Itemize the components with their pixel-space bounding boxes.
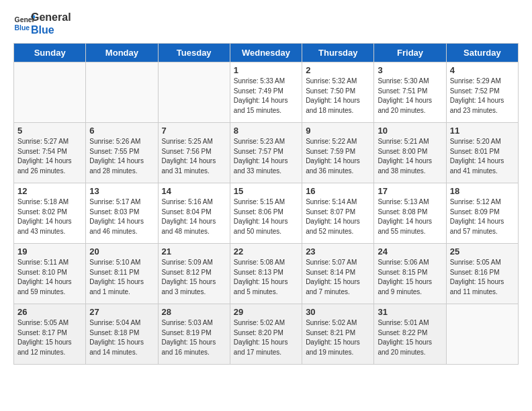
day-number: 15	[234, 186, 298, 196]
day-info: Sunrise: 5:06 AMSunset: 8:15 PMDaylight:…	[378, 258, 442, 297]
day-number: 19	[17, 246, 82, 257]
calendar-day-cell: 10Sunrise: 5:21 AMSunset: 8:00 PMDayligh…	[374, 123, 446, 183]
calendar-day-header: Wednesday	[230, 44, 302, 62]
calendar-day-cell: 29Sunrise: 5:02 AMSunset: 8:20 PMDayligh…	[230, 304, 302, 365]
day-info: Sunrise: 5:03 AMSunset: 8:19 PMDaylight:…	[162, 318, 226, 357]
logo-blue-text: Blue	[31, 24, 71, 36]
calendar-day-cell: 23Sunrise: 5:07 AMSunset: 8:14 PMDayligh…	[302, 244, 374, 304]
day-info: Sunrise: 5:15 AMSunset: 8:06 PMDaylight:…	[234, 197, 298, 236]
calendar-day-cell: 6Sunrise: 5:26 AMSunset: 7:55 PMDaylight…	[86, 123, 158, 183]
calendar-day-cell: 28Sunrise: 5:03 AMSunset: 8:19 PMDayligh…	[158, 304, 230, 365]
calendar-day-cell: 3Sunrise: 5:30 AMSunset: 7:51 PMDaylight…	[374, 62, 446, 123]
day-number: 1	[234, 65, 298, 75]
calendar-day-header: Thursday	[302, 44, 374, 62]
calendar-day-cell: 24Sunrise: 5:06 AMSunset: 8:15 PMDayligh…	[374, 244, 446, 304]
calendar-day-cell: 22Sunrise: 5:08 AMSunset: 8:13 PMDayligh…	[230, 244, 302, 304]
day-number: 10	[378, 126, 442, 136]
day-number: 22	[234, 246, 298, 257]
day-number: 17	[378, 186, 442, 196]
calendar-day-cell: 5Sunrise: 5:27 AMSunset: 7:54 PMDaylight…	[14, 123, 86, 183]
day-info: Sunrise: 5:09 AMSunset: 8:12 PMDaylight:…	[162, 258, 226, 297]
day-number: 31	[378, 307, 442, 317]
page-container: General Blue General Blue SundayMondayTu…	[0, 0, 532, 375]
calendar-day-header: Saturday	[446, 44, 518, 62]
logo: General Blue General Blue	[13, 11, 71, 36]
day-info: Sunrise: 5:21 AMSunset: 8:00 PMDaylight:…	[378, 137, 442, 176]
day-info: Sunrise: 5:20 AMSunset: 8:01 PMDaylight:…	[450, 137, 515, 176]
day-info: Sunrise: 5:02 AMSunset: 8:20 PMDaylight:…	[234, 318, 298, 357]
calendar-week-row: 26Sunrise: 5:05 AMSunset: 8:17 PMDayligh…	[14, 304, 519, 365]
day-info: Sunrise: 5:33 AMSunset: 7:49 PMDaylight:…	[234, 77, 298, 116]
calendar-day-cell: 17Sunrise: 5:13 AMSunset: 8:08 PMDayligh…	[374, 183, 446, 244]
calendar-week-row: 19Sunrise: 5:11 AMSunset: 8:10 PMDayligh…	[14, 244, 519, 304]
day-number: 29	[234, 307, 298, 317]
day-info: Sunrise: 5:11 AMSunset: 8:10 PMDaylight:…	[17, 258, 82, 297]
day-info: Sunrise: 5:18 AMSunset: 8:02 PMDaylight:…	[17, 197, 82, 236]
calendar-day-header: Monday	[86, 44, 158, 62]
page-header: General Blue General Blue	[13, 11, 519, 36]
calendar-week-row: 12Sunrise: 5:18 AMSunset: 8:02 PMDayligh…	[14, 183, 519, 244]
calendar-day-cell: 2Sunrise: 5:32 AMSunset: 7:50 PMDaylight…	[302, 62, 374, 123]
day-number: 25	[450, 246, 515, 257]
day-info: Sunrise: 5:17 AMSunset: 8:03 PMDaylight:…	[89, 197, 154, 236]
day-info: Sunrise: 5:14 AMSunset: 8:07 PMDaylight:…	[306, 197, 370, 236]
day-info: Sunrise: 5:16 AMSunset: 8:04 PMDaylight:…	[162, 197, 226, 236]
day-number: 24	[378, 246, 442, 257]
calendar-day-cell: 25Sunrise: 5:05 AMSunset: 8:16 PMDayligh…	[446, 244, 518, 304]
day-info: Sunrise: 5:32 AMSunset: 7:50 PMDaylight:…	[306, 77, 370, 116]
calendar-day-cell: 7Sunrise: 5:25 AMSunset: 7:56 PMDaylight…	[158, 123, 230, 183]
calendar-day-cell: 18Sunrise: 5:12 AMSunset: 8:09 PMDayligh…	[446, 183, 518, 244]
calendar-header-row: SundayMondayTuesdayWednesdayThursdayFrid…	[14, 44, 519, 62]
calendar-day-cell: 11Sunrise: 5:20 AMSunset: 8:01 PMDayligh…	[446, 123, 518, 183]
day-info: Sunrise: 5:27 AMSunset: 7:54 PMDaylight:…	[17, 137, 82, 176]
calendar-week-row: 5Sunrise: 5:27 AMSunset: 7:54 PMDaylight…	[14, 123, 519, 183]
calendar-week-row: 1Sunrise: 5:33 AMSunset: 7:49 PMDaylight…	[14, 62, 519, 123]
calendar-day-cell: 15Sunrise: 5:15 AMSunset: 8:06 PMDayligh…	[230, 183, 302, 244]
day-info: Sunrise: 5:04 AMSunset: 8:18 PMDaylight:…	[89, 318, 154, 357]
calendar-day-cell: 20Sunrise: 5:10 AMSunset: 8:11 PMDayligh…	[86, 244, 158, 304]
day-info: Sunrise: 5:23 AMSunset: 7:57 PMDaylight:…	[234, 137, 298, 176]
day-info: Sunrise: 5:29 AMSunset: 7:52 PMDaylight:…	[450, 77, 515, 116]
day-number: 27	[89, 307, 154, 317]
calendar-day-cell: 1Sunrise: 5:33 AMSunset: 7:49 PMDaylight…	[230, 62, 302, 123]
calendar-day-cell: 16Sunrise: 5:14 AMSunset: 8:07 PMDayligh…	[302, 183, 374, 244]
day-number: 7	[162, 126, 226, 136]
day-number: 4	[450, 65, 515, 75]
day-number: 16	[306, 186, 370, 196]
calendar-day-header: Sunday	[14, 44, 86, 62]
calendar-day-cell: 9Sunrise: 5:22 AMSunset: 7:59 PMDaylight…	[302, 123, 374, 183]
day-number: 2	[306, 65, 370, 75]
day-info: Sunrise: 5:13 AMSunset: 8:08 PMDaylight:…	[378, 197, 442, 236]
day-number: 5	[17, 126, 82, 136]
day-number: 30	[306, 307, 370, 317]
day-info: Sunrise: 5:30 AMSunset: 7:51 PMDaylight:…	[378, 77, 442, 116]
calendar-day-cell: 4Sunrise: 5:29 AMSunset: 7:52 PMDaylight…	[446, 62, 518, 123]
calendar-day-cell	[158, 62, 230, 123]
day-number: 18	[450, 186, 515, 196]
day-info: Sunrise: 5:01 AMSunset: 8:22 PMDaylight:…	[378, 318, 442, 357]
calendar-day-cell: 12Sunrise: 5:18 AMSunset: 8:02 PMDayligh…	[14, 183, 86, 244]
day-info: Sunrise: 5:22 AMSunset: 7:59 PMDaylight:…	[306, 137, 370, 176]
calendar-day-cell: 30Sunrise: 5:02 AMSunset: 8:21 PMDayligh…	[302, 304, 374, 365]
day-number: 11	[450, 126, 515, 136]
day-info: Sunrise: 5:07 AMSunset: 8:14 PMDaylight:…	[306, 258, 370, 297]
day-info: Sunrise: 5:02 AMSunset: 8:21 PMDaylight:…	[306, 318, 370, 357]
calendar-day-header: Tuesday	[158, 44, 230, 62]
day-info: Sunrise: 5:26 AMSunset: 7:55 PMDaylight:…	[89, 137, 154, 176]
logo-general-text: General	[31, 11, 71, 24]
day-number: 28	[162, 307, 226, 317]
day-info: Sunrise: 5:05 AMSunset: 8:17 PMDaylight:…	[17, 318, 82, 357]
day-number: 12	[17, 186, 82, 196]
day-number: 26	[17, 307, 82, 317]
day-number: 3	[378, 65, 442, 75]
calendar-day-cell: 13Sunrise: 5:17 AMSunset: 8:03 PMDayligh…	[86, 183, 158, 244]
day-number: 8	[234, 126, 298, 136]
calendar-day-cell: 31Sunrise: 5:01 AMSunset: 8:22 PMDayligh…	[374, 304, 446, 365]
calendar-day-cell: 8Sunrise: 5:23 AMSunset: 7:57 PMDaylight…	[230, 123, 302, 183]
calendar-day-header: Friday	[374, 44, 446, 62]
calendar-day-cell	[446, 304, 518, 365]
day-info: Sunrise: 5:25 AMSunset: 7:56 PMDaylight:…	[162, 137, 226, 176]
day-info: Sunrise: 5:05 AMSunset: 8:16 PMDaylight:…	[450, 258, 515, 297]
calendar-day-cell	[86, 62, 158, 123]
day-number: 23	[306, 246, 370, 257]
